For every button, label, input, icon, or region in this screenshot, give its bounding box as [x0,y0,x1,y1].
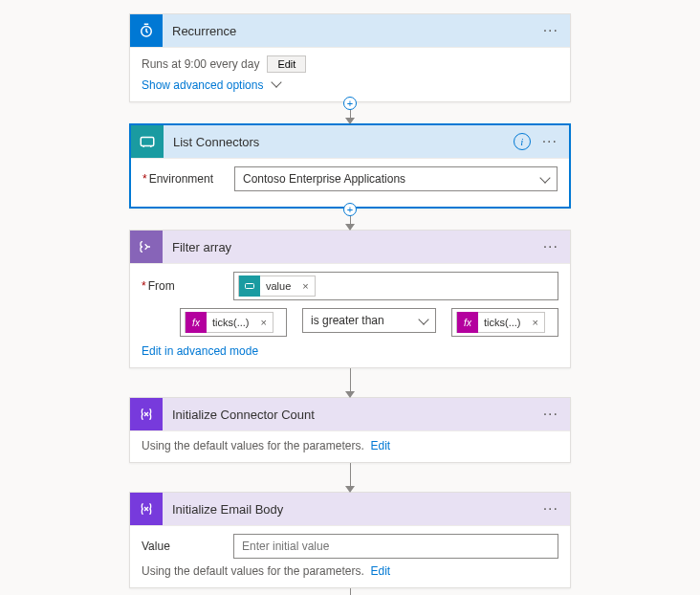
recurrence-advanced-link[interactable]: Show advanced options [142,78,263,92]
recurrence-body: Runs at 9:00 every day Edit Show advance… [130,47,570,101]
init-count-title: Initialize Connector Count [163,408,539,422]
init-email-header[interactable]: Initialize Email Body ··· [130,493,570,525]
condition-right-field[interactable]: fx ticks(...) × [451,308,558,337]
filter-array-icon [130,231,163,263]
filter-array-more-icon[interactable]: ··· [539,238,562,255]
environment-label: Environment [142,172,227,186]
recurrence-title: Recurrence [163,24,539,38]
init-email-card: Initialize Email Body ··· Value Using th… [129,492,571,588]
filter-array-title: Filter array [163,240,539,254]
recurrence-more-icon[interactable]: ··· [539,22,562,39]
recurrence-edit-button[interactable]: Edit [267,55,306,73]
recurrence-icon [130,14,163,47]
from-label: From [142,279,226,293]
init-email-more-icon[interactable]: ··· [539,500,562,518]
chevron-down-icon [271,77,281,87]
svg-rect-2 [246,284,254,289]
from-field[interactable]: value × [233,272,558,300]
list-connectors-more-icon[interactable]: ··· [538,133,561,150]
recurrence-card: Recurrence ··· Runs at 9:00 every day Ed… [129,13,571,102]
list-connectors-title: List Connectors [164,135,514,149]
filter-advanced-link[interactable]: Edit in advanced mode [142,344,258,358]
value-input-wrap [233,534,558,559]
variable-icon [130,398,163,430]
ticks-left-token[interactable]: fx ticks(...) × [185,312,273,333]
svg-rect-1 [141,138,154,146]
chevron-down-icon [418,314,428,324]
condition-left-field[interactable]: fx ticks(...) × [180,308,287,337]
connector-token-icon [239,275,260,297]
from-value-token[interactable]: value × [238,275,316,297]
init-count-edit-link[interactable]: Edit [370,439,390,452]
ticks-left-label: ticks(...) [207,317,255,328]
token-remove-icon[interactable]: × [527,317,544,328]
list-connectors-icon [131,125,164,158]
list-connectors-header[interactable]: List Connectors i ··· [131,125,569,158]
init-email-edit-link[interactable]: Edit [370,564,390,578]
add-step-button[interactable]: + [343,97,357,110]
environment-select[interactable]: Contoso Enterprise Applications [234,166,558,191]
connector-arrow [349,368,351,397]
add-step-button[interactable]: + [343,203,357,216]
connector-arrow: + [349,102,351,123]
token-remove-icon[interactable]: × [255,317,273,328]
ticks-right-token[interactable]: fx ticks(...) × [456,312,545,333]
init-count-more-icon[interactable]: ··· [539,406,562,423]
recurrence-schedule-text: Runs at 9:00 every day [142,57,259,71]
token-remove-icon[interactable]: × [296,280,314,292]
init-email-body: Value Using the default values for the p… [130,525,570,587]
fx-icon: fx [186,312,207,333]
operator-value: is greater than [311,314,384,327]
filter-array-card: Filter array ··· From value × [129,230,571,368]
connector-arrow [349,463,351,492]
recurrence-header[interactable]: Recurrence ··· [130,14,570,47]
fx-icon: fx [457,312,478,333]
filter-array-body: From value × fx ticks(...) [130,263,570,367]
connector-arrow: + [349,209,351,230]
info-icon[interactable]: i [514,133,531,150]
filter-condition-row: fx ticks(...) × is greater than fx ticks… [180,308,558,337]
init-count-card: Initialize Connector Count ··· Using the… [129,397,571,463]
init-email-title: Initialize Email Body [163,502,539,517]
chevron-down-icon [539,172,550,183]
from-token-label: value [260,280,296,292]
connector-arrow [349,588,351,595]
value-input[interactable] [242,540,550,553]
ticks-right-label: ticks(...) [478,317,527,328]
list-connectors-card: List Connectors i ··· Environment Contos… [129,123,571,209]
filter-array-header[interactable]: Filter array ··· [130,231,570,263]
init-count-body: Using the default values for the paramet… [130,430,570,462]
list-connectors-body: Environment Contoso Enterprise Applicati… [131,158,569,207]
init-count-header[interactable]: Initialize Connector Count ··· [130,398,570,430]
operator-select[interactable]: is greater than [302,308,436,333]
variable-icon [130,493,163,525]
value-label: Value [142,540,226,553]
environment-value: Contoso Enterprise Applications [243,172,405,186]
init-count-helper: Using the default values for the paramet… [142,439,364,452]
flow-designer: Recurrence ··· Runs at 9:00 every day Ed… [0,0,700,595]
init-email-helper: Using the default values for the paramet… [142,564,364,578]
